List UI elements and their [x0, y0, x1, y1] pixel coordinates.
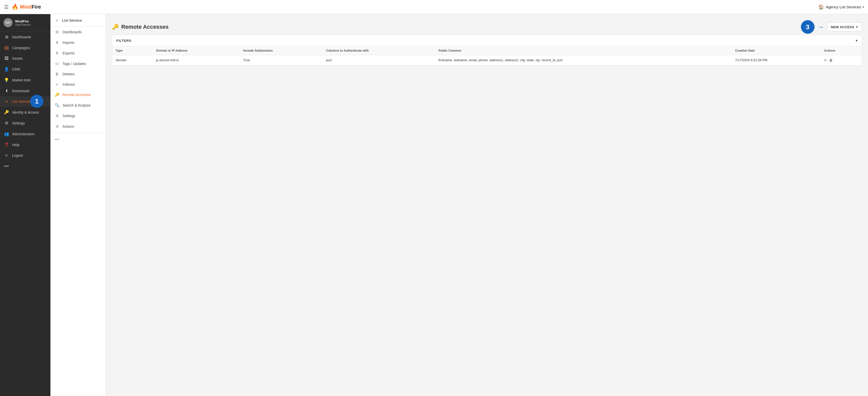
sub-nav-label: Search & Analyze [63, 103, 91, 107]
table-header-row: Type Domain or IP Address Include Subdom… [112, 46, 862, 55]
edit-icon[interactable]: ✏ [824, 58, 827, 62]
more-icon: ••• [4, 164, 9, 169]
sidebar-item-market-intel[interactable]: 💡 Market Intel [0, 74, 51, 86]
agency-dropdown[interactable]: Agency List Services ▾ [826, 5, 864, 9]
sub-nav-label: Remote Accesses [63, 93, 91, 97]
sub-nav-item-exports[interactable]: ⬆ Exports [51, 48, 106, 59]
crm-icon: 👤 [4, 67, 9, 71]
sub-nav-item-deletes[interactable]: 🗑 Deletes [51, 69, 106, 79]
sub-sidebar-header-icon: ≡ [55, 18, 60, 23]
page-title: 🔑 Remote Accesses [112, 24, 169, 30]
assets-icon: 🖼 [4, 56, 9, 61]
col-actions: Actions [820, 46, 862, 55]
sub-exports-icon: ⬆ [55, 51, 60, 56]
table-row: domain js.secure.mdl.io True purl firstn… [112, 55, 862, 66]
settings-icon: ⚙ [4, 121, 9, 126]
hamburger-icon[interactable]: ☰ [4, 4, 8, 10]
sidebar-item-label: Assets [12, 57, 23, 61]
downloads-icon: ⬇ [4, 89, 9, 93]
top-row: 🔑 Remote Accesses 3 → NEW ACCESS + [112, 20, 862, 34]
sub-nav-label: Dashboards [63, 30, 82, 34]
list-service-icon: ≡ [4, 99, 9, 104]
sub-nav-more[interactable]: ••• [51, 134, 106, 145]
sidebar-item-crm[interactable]: 👤 CRM [0, 64, 51, 74]
sub-nav-label: Settings [63, 114, 75, 118]
new-access-label: NEW ACCESS [831, 25, 855, 29]
sub-nav-label: Tags / Updates [63, 62, 86, 66]
sub-nav-item-indexes[interactable]: ≡ Indexes [51, 79, 106, 90]
sub-nav-item-settings[interactable]: ⚙ Settings [51, 110, 106, 121]
sub-nav-item-search-analyze[interactable]: 🔍 Search & Analyze [51, 100, 106, 110]
campaigns-icon: 💼 [4, 45, 9, 50]
sidebar-item-assets[interactable]: 🖼 Assets [0, 53, 51, 64]
sub-nav-label: Actions [63, 125, 74, 129]
sidebar-item-downloads[interactable]: ⬇ Downloads [0, 86, 51, 96]
main-content: 🔑 Remote Accesses 3 → NEW ACCESS + FILTE… [106, 14, 868, 396]
sub-dashboards-icon: ⊞ [55, 30, 60, 34]
sidebar-item-label: Administration [12, 132, 35, 136]
cell-creation-date: 7/17/2024 5:51:26 PM [732, 55, 820, 66]
sidebar-item-label: Market Intel [12, 78, 31, 82]
sidebar-more[interactable]: ••• [0, 161, 51, 172]
sub-nav-item-dashboards[interactable]: ⊞ Dashboards [51, 27, 106, 37]
logo-mind: Mind [20, 4, 32, 9]
topbar: ☰ 🔥 MindFire 🏠 Agency List Services ▾ [0, 0, 868, 14]
sub-nav-item-remote-accesses[interactable]: 🔑 Remote Accesses [51, 90, 106, 100]
sidebar-item-label: Logout [12, 154, 23, 158]
delete-icon[interactable]: 🗑 [829, 58, 833, 62]
logo: 🔥 MindFire [11, 4, 41, 10]
sidebar-item-label: Settings [12, 121, 25, 125]
sub-sidebar: 2 ≡ List Service ⊞ Dashboards ⬇ Imports … [51, 14, 106, 396]
sub-actions-icon: ⚙ [55, 124, 60, 129]
sidebar-item-help[interactable]: ❓ Help [0, 139, 51, 150]
cell-actions: ✏ 🗑 [820, 55, 862, 66]
sidebar-item-settings[interactable]: ⚙ Settings [0, 118, 51, 129]
sub-nav-item-tags-updates[interactable]: 🏷 Tags / Updates [51, 59, 106, 69]
user-section: MF MindFire OptiChannel [0, 14, 51, 32]
sidebar-item-label: Dashboards [12, 35, 31, 39]
action-icons: ✏ 🗑 [824, 58, 858, 62]
user-name: MindFire [15, 20, 31, 23]
sidebar-item-label: Downloads [12, 89, 30, 93]
avatar: MF [3, 18, 12, 27]
sub-nav-label: Imports [63, 40, 74, 44]
logo-flame-icon: 🔥 [11, 4, 19, 10]
logo-fire: Fire [32, 4, 41, 9]
left-sidebar: 1 MF MindFire OptiChannel ⊞ Dashboards 💼… [0, 14, 51, 396]
cell-domain: js.secure.mdl.io [153, 55, 240, 66]
sub-nav-item-imports[interactable]: ⬇ Imports [51, 37, 106, 48]
sub-sidebar-header: ≡ List Service [51, 14, 106, 27]
user-info: MindFire OptiChannel [15, 20, 31, 26]
col-creation-date: Creation Date [732, 46, 820, 55]
sub-nav-item-actions[interactable]: ⚙ Actions [51, 121, 106, 132]
dashboards-icon: ⊞ [4, 34, 9, 39]
sub-imports-icon: ⬇ [55, 40, 60, 45]
app-body: 1 MF MindFire OptiChannel ⊞ Dashboards 💼… [0, 14, 868, 396]
sub-deletes-icon: 🗑 [55, 72, 60, 76]
cell-subdomains: True [240, 55, 322, 66]
cell-type: domain [112, 55, 153, 66]
annotation-bubble-1: 1 [30, 95, 43, 108]
home-icon[interactable]: 🏠 [818, 4, 824, 10]
sidebar-item-campaigns[interactable]: 💼 Campaigns [0, 42, 51, 53]
remote-accesses-table: Type Domain or IP Address Include Subdom… [112, 46, 862, 65]
sub-indexes-icon: ≡ [55, 82, 60, 87]
annotation-arrow-3: → [817, 23, 824, 31]
header-right: 3 → NEW ACCESS + [801, 20, 862, 34]
sub-nav-divider [51, 133, 106, 133]
sub-settings-icon: ⚙ [55, 113, 60, 118]
filters-chevron-icon[interactable]: ▾ [856, 38, 858, 42]
sidebar-item-label: List Service [12, 99, 30, 103]
new-access-button[interactable]: NEW ACCESS + [827, 23, 862, 32]
sidebar-item-identity-access[interactable]: 🔑 Identity & Access [0, 107, 51, 118]
sidebar-item-label: Help [12, 143, 20, 147]
sub-sidebar-title: List Service [62, 19, 82, 23]
sidebar-item-label: CRM [12, 67, 20, 71]
sidebar-item-logout[interactable]: ⎋ Logout [0, 150, 51, 161]
sub-nav-label: Indexes [63, 82, 75, 87]
agency-label: Agency List Services [826, 5, 861, 9]
sidebar-item-dashboards[interactable]: ⊞ Dashboards [0, 32, 51, 42]
page-title-text: Remote Accesses [121, 24, 169, 30]
topbar-left: ☰ 🔥 MindFire [4, 4, 55, 10]
sidebar-item-administration[interactable]: 👥 Administration [0, 129, 51, 139]
